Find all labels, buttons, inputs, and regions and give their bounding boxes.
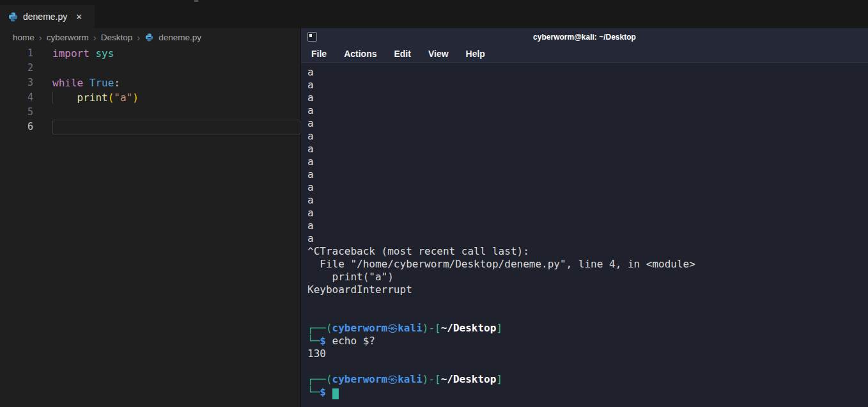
terminal-text: )-[ (422, 322, 441, 334)
breadcrumb: home›cyberworm›Desktop› deneme.py (0, 28, 300, 46)
breadcrumb-item-cyberworm[interactable]: cyberworm (47, 33, 89, 42)
gutter-gap (33, 120, 52, 134)
code-line[interactable]: 4 print("a") (0, 90, 300, 105)
menu-item-edit[interactable]: Edit (394, 49, 410, 59)
tab-bar: deneme.py ✕ (0, 0, 868, 28)
terminal-text: a (307, 143, 314, 155)
terminal-text: File "/home/cyberworm/Desktop/deneme.py"… (307, 258, 695, 270)
menu-item-help[interactable]: Help (466, 49, 485, 59)
terminal-text: 130 (307, 347, 326, 360)
terminal-text: a (307, 232, 314, 244)
code-token (89, 47, 96, 60)
terminal-text: a (307, 117, 314, 129)
gutter-gap (33, 76, 52, 90)
terminal-text: a (307, 156, 314, 168)
code-token: sys (95, 47, 114, 60)
terminal-text: echo $? (326, 335, 375, 347)
terminal-line: a (307, 143, 868, 156)
terminal-text: a (307, 168, 314, 180)
code-token: : (114, 77, 120, 89)
terminal-line: KeyboardInterrupt (307, 283, 868, 296)
code-line[interactable]: 6 (0, 120, 300, 134)
menu-item-file[interactable]: File (311, 49, 327, 59)
code-line[interactable]: 3while True: (0, 76, 300, 90)
code-token: ( (108, 92, 114, 104)
terminal-text: print("a") (307, 271, 394, 283)
terminal-text: ㉿ (387, 373, 398, 385)
code-token: while (52, 77, 83, 89)
terminal-text: a (307, 219, 314, 232)
code-token: "a" (114, 92, 132, 104)
terminal-line: └─$ echo $? (307, 335, 868, 347)
screen-artifact-dot (194, 0, 198, 2)
breadcrumb-item-file[interactable]: deneme.py (159, 33, 201, 42)
terminal-text: a (307, 79, 314, 91)
code-text: import sys (52, 46, 300, 61)
terminal-text: $ (320, 335, 326, 347)
code-text (52, 105, 300, 120)
terminal-text: $ (320, 386, 326, 398)
code-line[interactable]: 1import sys (0, 46, 300, 61)
gutter-gap (33, 105, 52, 120)
terminal-line: print("a") (307, 271, 868, 283)
terminal-content[interactable]: aaaaaaaaaaaaaa^CTraceback (most recent c… (301, 63, 868, 407)
breadcrumb-item-desktop[interactable]: Desktop (101, 33, 133, 42)
close-icon[interactable]: ✕ (75, 12, 82, 22)
line-number: 2 (0, 61, 33, 76)
terminal-title: cyberworm@kali: ~/Desktop (533, 33, 636, 42)
terminal-line: a (307, 194, 868, 207)
menu-item-actions[interactable]: Actions (344, 49, 376, 59)
terminal-text: a (307, 181, 314, 193)
line-number: 3 (0, 76, 33, 90)
code-line[interactable]: 2 (0, 61, 300, 76)
terminal-text: a (307, 207, 314, 219)
terminal-text: a (307, 104, 314, 116)
breadcrumb-separator: › (93, 32, 97, 43)
code-line[interactable]: 5 (0, 105, 300, 120)
terminal-line: a (307, 92, 868, 104)
terminal-line: a (307, 117, 868, 130)
tab-deneme-py[interactable]: deneme.py ✕ (0, 5, 95, 28)
code-text: print("a") (52, 90, 300, 105)
code-token: True (89, 77, 114, 89)
terminal-line: a (307, 104, 868, 117)
terminal-line: a (307, 207, 868, 219)
code-area[interactable]: 1import sys23while True:4 print("a")56 (0, 46, 300, 134)
terminal-line: ┌──(cyberworm㉿kali)-[~/Desktop] (307, 322, 868, 335)
code-text (52, 61, 300, 76)
terminal-line (307, 309, 868, 322)
line-number: 4 (0, 90, 33, 105)
terminal-line: └─$ (307, 386, 868, 399)
terminal-line: a (307, 66, 868, 79)
terminal-line: File "/home/cyberworm/Desktop/deneme.py"… (307, 258, 868, 271)
terminal-text: cyberworm (332, 373, 388, 385)
terminal-line (307, 360, 868, 373)
python-file-icon (144, 33, 154, 42)
gutter-gap (33, 61, 52, 76)
terminal-text: ~/Desktop (441, 322, 497, 334)
terminal-line (307, 296, 868, 309)
code-token: ) (132, 92, 139, 104)
terminal-text: kali (398, 373, 422, 385)
terminal-text: a (307, 194, 314, 206)
terminal-cursor (332, 388, 339, 399)
terminal-text: ~/Desktop (441, 373, 497, 385)
terminal-window: cyberworm@kali: ~/Desktop FileActionsEdi… (300, 28, 868, 407)
editor-pane[interactable]: home›cyberworm›Desktop› deneme.py 1impor… (0, 28, 300, 407)
terminal-text (326, 386, 332, 398)
breadcrumb-item-home[interactable]: home (13, 33, 35, 42)
breadcrumb-separator: › (137, 32, 140, 43)
menu-item-view[interactable]: View (428, 49, 449, 59)
terminal-text: ┌──( (307, 373, 332, 385)
code-text (52, 120, 300, 134)
code-token: import (52, 47, 89, 60)
terminal-text: a (307, 130, 314, 142)
terminal-line: a (307, 168, 868, 181)
terminal-text: )-[ (422, 373, 441, 385)
terminal-titlebar[interactable]: cyberworm@kali: ~/Desktop (301, 28, 868, 45)
terminal-line: 130 (307, 347, 868, 360)
terminal-window-icon[interactable] (307, 32, 317, 42)
terminal-line: ^CTraceback (most recent call last): (307, 245, 868, 258)
tab-label: deneme.py (23, 12, 67, 22)
terminal-text: └─ (307, 386, 320, 398)
